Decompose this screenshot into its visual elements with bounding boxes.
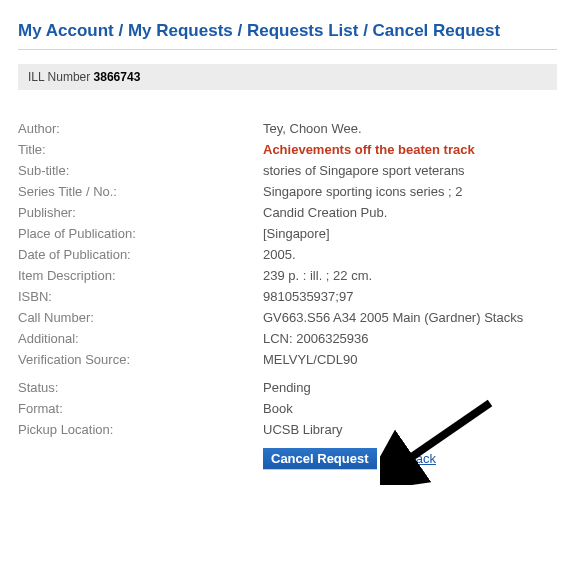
label-additional: Additional: [18,328,263,349]
crumb-my-account[interactable]: My Account [18,21,114,40]
row-itemdesc: Item Description: 239 p. : ill. ; 22 cm. [18,265,557,286]
value-author: Tey, Choon Wee. [263,118,557,139]
value-verif: MELVYL/CDL90 [263,349,557,370]
crumb-sep: / [114,21,128,40]
row-publisher: Publisher: Candid Creation Pub. [18,202,557,223]
label-callnum: Call Number: [18,307,263,328]
value-date: 2005. [263,244,557,265]
value-isbn: 9810535937;97 [263,286,557,307]
value-publisher: Candid Creation Pub. [263,202,557,223]
row-format: Format: Book [18,398,557,419]
label-subtitle: Sub-title: [18,160,263,181]
row-series: Series Title / No.: Singapore sporting i… [18,181,557,202]
label-pickup: Pickup Location: [18,419,263,440]
label-title: Title: [18,139,263,160]
crumb-sep: / [233,21,247,40]
value-itemdesc: 239 p. : ill. ; 22 cm. [263,265,557,286]
label-format: Format: [18,398,263,419]
label-publisher: Publisher: [18,202,263,223]
row-isbn: ISBN: 9810535937;97 [18,286,557,307]
row-callnum: Call Number: GV663.S56 A34 2005 Main (Ga… [18,307,557,328]
ill-number-label: ILL Number [28,70,90,84]
row-subtitle: Sub-title: stories of Singapore sport ve… [18,160,557,181]
details-table: Author: Tey, Choon Wee. Title: Achieveme… [18,118,557,440]
row-additional: Additional: LCN: 2006325936 [18,328,557,349]
ill-number-value: 3866743 [94,70,141,84]
row-place: Place of Publication: [Singapore] [18,223,557,244]
label-itemdesc: Item Description: [18,265,263,286]
value-pickup: UCSB Library [263,419,557,440]
row-pickup: Pickup Location: UCSB Library [18,419,557,440]
value-place: [Singapore] [263,223,557,244]
row-author: Author: Tey, Choon Wee. [18,118,557,139]
value-callnum: GV663.S56 A34 2005 Main (Gardner) Stacks [263,307,557,328]
label-author: Author: [18,118,263,139]
label-verif: Verification Source: [18,349,263,370]
row-status: Status: Pending [18,370,557,398]
crumb-sep: / [358,21,372,40]
go-back-link[interactable]: Go Back [386,451,436,466]
label-place: Place of Publication: [18,223,263,244]
crumb-my-requests[interactable]: My Requests [128,21,233,40]
value-format: Book [263,398,557,419]
breadcrumb: My Account / My Requests / Requests List… [18,18,557,49]
crumb-cancel-request: Cancel Request [373,21,501,40]
value-series: Singapore sporting icons series ; 2 [263,181,557,202]
row-verif: Verification Source: MELVYL/CDL90 [18,349,557,370]
label-status: Status: [18,370,263,398]
row-date: Date of Publication: 2005. [18,244,557,265]
cancel-request-button[interactable]: Cancel Request [263,448,377,469]
divider [18,49,557,50]
value-title: Achievements off the beaten track [263,139,557,160]
label-date: Date of Publication: [18,244,263,265]
value-subtitle: stories of Singapore sport veterans [263,160,557,181]
label-series: Series Title / No.: [18,181,263,202]
ill-number-bar: ILL Number 3866743 [18,64,557,90]
row-title: Title: Achievements off the beaten track [18,139,557,160]
label-isbn: ISBN: [18,286,263,307]
value-status: Pending [263,370,557,398]
actions-row: Cancel Request Go Back [18,448,557,469]
value-additional: LCN: 2006325936 [263,328,557,349]
crumb-requests-list[interactable]: Requests List [247,21,358,40]
